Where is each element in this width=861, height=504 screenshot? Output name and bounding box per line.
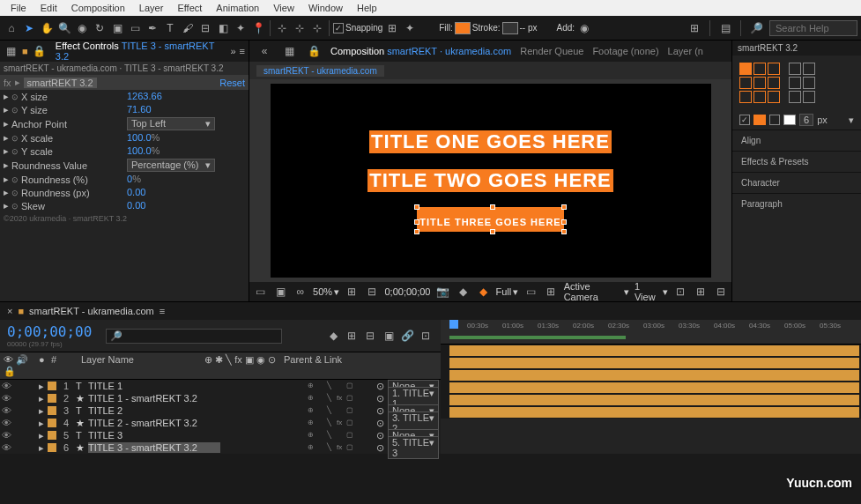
transparency-icon[interactable]: ⊞ bbox=[544, 284, 559, 300]
snapping-checkbox[interactable]: ✓ bbox=[333, 23, 344, 33]
layer-name[interactable]: TITLE 3 - smartREKT 3.2 bbox=[88, 442, 220, 453]
layer-row[interactable]: 👁 ▸ 4 ★ TITLE 2 - smartREKT 3.2 ⊕╲fx▢ ⊙ … bbox=[0, 417, 441, 429]
views-dropdown[interactable]: 1 View ▾ bbox=[635, 281, 668, 302]
panel-icon[interactable]: ▤ bbox=[717, 20, 733, 36]
stroke-checkbox[interactable] bbox=[769, 115, 780, 125]
right-panel-tab[interactable]: smartREKT 3.2 bbox=[732, 41, 861, 56]
parent-dropdown[interactable]: 5. TITLE 3▾ bbox=[388, 436, 439, 459]
prop-y-size[interactable]: ▸⊙Y size bbox=[4, 104, 127, 115]
snap-opt2-icon[interactable]: ✦ bbox=[402, 20, 418, 36]
layer-color[interactable] bbox=[48, 394, 56, 403]
stroke-swatch[interactable] bbox=[502, 22, 518, 34]
text-tool-icon[interactable]: T bbox=[162, 20, 178, 36]
rotate-tool-icon[interactable]: ↻ bbox=[92, 20, 108, 36]
tab-render-queue[interactable]: Render Queue bbox=[520, 46, 583, 56]
clone-tool-icon[interactable]: ⊟ bbox=[197, 20, 213, 36]
menu-effect[interactable]: Effect bbox=[170, 1, 209, 15]
prop-value[interactable]: 1263.66 bbox=[127, 91, 162, 102]
vc-grid-icon[interactable]: ⊟ bbox=[365, 284, 380, 300]
channel-icon[interactable]: ◆ bbox=[456, 284, 471, 300]
timeline-timecode[interactable]: 0;00;00;00 bbox=[7, 323, 92, 340]
layer-bar[interactable] bbox=[449, 345, 859, 356]
vc-opt1-icon[interactable]: ⊡ bbox=[673, 284, 688, 300]
snap-opt-icon[interactable]: ⊞ bbox=[384, 20, 400, 36]
tl-close-icon[interactable]: × bbox=[7, 306, 12, 316]
camera-dropdown[interactable]: Active Camera ▾ bbox=[564, 281, 629, 302]
menu-composition[interactable]: Composition bbox=[64, 1, 132, 15]
prop-dropdown[interactable]: Top Left▾ bbox=[127, 117, 215, 130]
layer-row[interactable]: 👁 ▸ 2 ★ TITLE 1 - smartREKT 3.2 ⊕╲fx▢ ⊙ … bbox=[0, 392, 441, 404]
work-area[interactable] bbox=[449, 336, 626, 339]
anchor-tool-icon[interactable]: ▣ bbox=[109, 20, 125, 36]
tl-menu-icon[interactable]: ≡ bbox=[160, 306, 165, 316]
opt-icon-4[interactable] bbox=[803, 77, 815, 89]
vc-res-icon[interactable]: ⊞ bbox=[345, 284, 360, 300]
layer-bar[interactable] bbox=[449, 395, 859, 405]
section-character[interactable]: Character bbox=[732, 172, 861, 193]
prop-x-size[interactable]: ▸⊙X size bbox=[4, 91, 127, 102]
workspace-icon[interactable]: ⊞ bbox=[687, 20, 702, 36]
menu-animation[interactable]: Animation bbox=[209, 1, 266, 15]
tab-footage[interactable]: Footage (none) bbox=[592, 46, 658, 56]
pen-tool-icon[interactable]: ✒ bbox=[145, 20, 160, 36]
layer-bar[interactable] bbox=[449, 407, 859, 418]
tab-layer[interactable]: Layer (n bbox=[668, 46, 703, 56]
comp-flow-icon[interactable]: ▦ bbox=[281, 43, 297, 59]
prop-value[interactable]: 0.00 bbox=[127, 200, 145, 211]
search-help-input[interactable] bbox=[769, 20, 857, 36]
resolution-dropdown[interactable]: Full ▾ bbox=[496, 286, 519, 298]
zoom-dropdown[interactable]: 50% ▾ bbox=[313, 286, 339, 298]
menu-file[interactable]: File bbox=[4, 1, 33, 15]
effect-controls-tab[interactable]: Effect Controls TITLE 3 - smartREKT 3.2 bbox=[50, 39, 227, 63]
section-paragraph[interactable]: Paragraph bbox=[732, 193, 861, 214]
layer-name[interactable]: TITLE 2 - smartREKT 3.2 bbox=[88, 418, 220, 428]
vc-opt3-icon[interactable]: ⊟ bbox=[713, 284, 728, 300]
tab-composition[interactable]: Composition smartREKT · ukramedia.com bbox=[330, 46, 511, 56]
tl-icon-4[interactable]: ▣ bbox=[381, 328, 397, 344]
menu-edit[interactable]: Edit bbox=[33, 1, 64, 15]
layer-bar[interactable] bbox=[449, 370, 859, 381]
tl-icon-3[interactable]: ⊟ bbox=[362, 328, 378, 344]
px-checkbox[interactable]: ✓ bbox=[739, 115, 750, 125]
tl-icon-1[interactable]: ◆ bbox=[325, 328, 341, 344]
stroke-px[interactable]: -- px bbox=[520, 23, 538, 33]
layer-bar[interactable] bbox=[449, 358, 859, 368]
layer-row[interactable]: 👁 ▸ 6 ★ TITLE 3 - smartREKT 3.2 ⊕╲fx▢ ⊙ … bbox=[0, 441, 441, 454]
prop-value[interactable]: 71.60 bbox=[127, 104, 152, 115]
tl-icon-2[interactable]: ⊞ bbox=[344, 328, 360, 344]
visibility-icon[interactable]: 👁 bbox=[2, 393, 11, 404]
comp-subtab[interactable]: smartREKT - ukramedia.com bbox=[256, 65, 384, 77]
fill-swatch-2[interactable] bbox=[753, 115, 766, 125]
comp-lock-icon[interactable]: 🔒 bbox=[306, 43, 322, 59]
fill-swatch[interactable] bbox=[455, 22, 471, 34]
vc-icon3[interactable]: ∞ bbox=[293, 284, 308, 300]
prop-dropdown[interactable]: Percentage (%)▾ bbox=[127, 159, 215, 172]
puppet-tool-icon[interactable]: 📍 bbox=[250, 20, 266, 36]
visibility-icon[interactable]: 👁 bbox=[2, 442, 11, 453]
vc-icon2[interactable]: ▣ bbox=[273, 284, 288, 300]
effect-name[interactable]: smartREKT 3.2 bbox=[24, 78, 97, 88]
layer-color[interactable] bbox=[48, 443, 56, 452]
chevron-down-icon[interactable]: ▾ bbox=[849, 115, 854, 126]
playhead[interactable] bbox=[449, 320, 458, 329]
reset-button[interactable]: Reset bbox=[219, 78, 245, 88]
prop-x-scale[interactable]: ▸⊙X scale bbox=[4, 132, 127, 144]
prop-roundness-value[interactable]: ▸Roundness Value bbox=[4, 159, 127, 172]
section-effects-presets[interactable]: Effects & Presets bbox=[732, 151, 861, 172]
menu-layer[interactable]: Layer bbox=[132, 1, 171, 15]
tl-icon-6[interactable]: ⊡ bbox=[418, 328, 434, 344]
title-3[interactable]: TITLE THREE GOES HERE bbox=[418, 208, 562, 231]
prop-roundness-[interactable]: ▸⊙Roundness (%) bbox=[4, 174, 127, 185]
roto-tool-icon[interactable]: ✦ bbox=[233, 20, 249, 36]
opt-icon-6[interactable] bbox=[803, 91, 815, 103]
prop-roundness-px-[interactable]: ▸⊙Roundness (px) bbox=[4, 187, 127, 198]
snapshot-icon[interactable]: 📷 bbox=[435, 284, 450, 300]
prop-anchor-point[interactable]: ▸Anchor Point bbox=[4, 117, 127, 130]
vc-opt2-icon[interactable]: ⊞ bbox=[694, 284, 709, 300]
color-icon[interactable]: ◆ bbox=[476, 284, 491, 300]
comp-back-icon[interactable]: « bbox=[256, 43, 272, 59]
brush-tool-icon[interactable]: 🖌 bbox=[180, 20, 196, 36]
opt-icon-1[interactable] bbox=[789, 63, 801, 75]
selection-tool-icon[interactable]: ➤ bbox=[21, 20, 37, 36]
px-value[interactable]: 6 bbox=[799, 114, 813, 126]
